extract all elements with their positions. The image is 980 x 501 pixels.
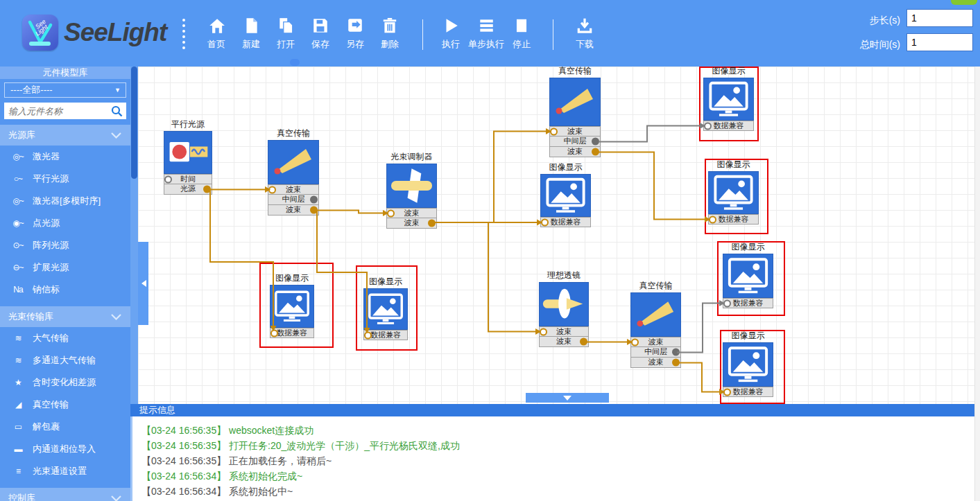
home-button[interactable]: 首页 xyxy=(199,17,234,51)
save-button[interactable]: 保存 xyxy=(303,17,338,51)
output-port[interactable] xyxy=(592,138,599,146)
node-port-row[interactable]: 波束 xyxy=(386,208,437,218)
sidebar-item[interactable]: ○~平行光源 xyxy=(0,168,130,190)
output-port[interactable] xyxy=(310,196,318,204)
sidebar-item[interactable]: ≡光束通道设置 xyxy=(0,460,130,482)
graph-node-image-display-right-4[interactable]: 图像显示数据兼容 xyxy=(723,331,773,397)
save-as-button[interactable]: 另存 xyxy=(338,17,372,51)
input-port[interactable] xyxy=(723,388,731,396)
output-port[interactable] xyxy=(672,359,680,367)
node-graph-canvas[interactable]: 平行光源时间光源真空传输波束中间层波束光束调制器波束波束图像显示数据兼容真空传输… xyxy=(138,67,974,404)
graph-node-vacuum-transmission-top[interactable]: 真空传输波束中间层波束 xyxy=(549,67,601,157)
input-port[interactable] xyxy=(387,209,395,217)
node-port-row[interactable]: 数据兼容 xyxy=(723,298,773,308)
total-time-input[interactable] xyxy=(906,33,973,51)
node-port-row[interactable]: 中间层 xyxy=(549,137,601,147)
node-port-row[interactable]: 波束 xyxy=(268,205,319,216)
input-port[interactable] xyxy=(631,338,639,346)
open-button[interactable]: 打开 xyxy=(268,17,303,51)
sidebar-item[interactable]: ◎~激光器 xyxy=(0,146,130,168)
node-port-row[interactable]: 波束 xyxy=(630,358,681,368)
node-port-row[interactable]: 波束 xyxy=(386,218,437,229)
input-port[interactable] xyxy=(364,331,372,339)
node-icon[interactable] xyxy=(164,131,212,174)
output-port[interactable] xyxy=(203,186,211,193)
graph-node-parallel-light-source[interactable]: 平行光源时间光源 xyxy=(164,119,212,195)
node-icon[interactable] xyxy=(723,342,773,387)
download-button[interactable]: 下载 xyxy=(567,17,602,51)
node-port-row[interactable]: 数据兼容 xyxy=(270,328,314,338)
sidebar-item[interactable]: ◎~激光器[多模时序] xyxy=(0,190,130,212)
output-port[interactable] xyxy=(672,349,680,356)
node-icon[interactable] xyxy=(539,282,589,326)
node-port-row[interactable]: 波束 xyxy=(268,184,319,195)
graph-node-image-display-top-right[interactable]: 图像显示数据兼容 xyxy=(703,67,754,131)
input-port[interactable] xyxy=(541,218,549,226)
sidebar-item[interactable]: ≋多通道大气传输 xyxy=(0,349,130,371)
graph-node-image-display-bottom-left-1[interactable]: 图像显示数据兼容 xyxy=(270,273,314,338)
sidebar-item[interactable]: Na钠信标 xyxy=(0,279,130,301)
sidebar-item[interactable]: ▭解包裹 xyxy=(0,416,130,438)
node-port-row[interactable]: 数据兼容 xyxy=(540,217,591,227)
new-button[interactable]: 新建 xyxy=(234,17,268,51)
output-port[interactable] xyxy=(428,220,436,227)
input-port[interactable] xyxy=(723,299,731,307)
sidebar-section-1[interactable]: 光束传输库 xyxy=(0,306,130,327)
input-port[interactable] xyxy=(550,128,558,135)
node-port-row[interactable]: 中间层 xyxy=(630,347,681,358)
sidebar-item[interactable]: ◢真空传输 xyxy=(0,394,130,416)
graph-node-vacuum-transmission-bottom[interactable]: 真空传输波束中间层波束 xyxy=(630,281,681,368)
output-port[interactable] xyxy=(580,338,587,346)
output-port[interactable] xyxy=(310,206,318,214)
node-icon[interactable] xyxy=(708,171,759,214)
node-port-row[interactable]: 数据兼容 xyxy=(708,214,759,225)
node-port-row[interactable]: 光源 xyxy=(164,184,212,195)
graph-node-vacuum-transmission-1[interactable]: 真空传输波束中间层波束 xyxy=(268,128,319,216)
input-port[interactable] xyxy=(704,122,712,130)
sidebar-collapse-button[interactable] xyxy=(138,242,148,325)
node-icon[interactable] xyxy=(703,78,754,121)
sidebar-item[interactable]: ⊙~阵列光源 xyxy=(0,234,130,256)
node-icon[interactable] xyxy=(549,78,601,126)
node-port-row[interactable]: 数据兼容 xyxy=(703,121,754,131)
input-port[interactable] xyxy=(709,216,716,223)
sidebar-section-2[interactable]: 控制库 xyxy=(0,488,130,501)
graph-node-beam-modulator[interactable]: 光束调制器波束波束 xyxy=(386,152,437,229)
graph-node-image-display-right-2[interactable]: 图像显示数据兼容 xyxy=(708,159,759,225)
graph-node-ideal-lens[interactable]: 理想透镜波束波束 xyxy=(539,270,589,347)
sidebar-scrollbar-thumb[interactable] xyxy=(131,67,137,179)
step-length-input[interactable] xyxy=(906,9,973,27)
node-icon[interactable] xyxy=(270,285,314,328)
graph-node-image-display-center[interactable]: 图像显示数据兼容 xyxy=(540,162,591,227)
stop-button[interactable]: 停止 xyxy=(504,17,539,51)
sidebar-section-0[interactable]: 光源库 xyxy=(0,125,130,146)
component-search-input[interactable] xyxy=(4,103,111,119)
top-green-tab[interactable] xyxy=(951,0,977,5)
output-port[interactable] xyxy=(592,148,599,156)
node-icon[interactable] xyxy=(540,174,591,217)
run-button[interactable]: 执行 xyxy=(433,17,468,51)
input-port[interactable] xyxy=(164,175,172,183)
node-port-row[interactable]: 波束 xyxy=(549,147,601,157)
sidebar-item[interactable]: ≋大气传输 xyxy=(0,327,130,349)
node-port-row[interactable]: 波束 xyxy=(630,337,681,347)
canvas-vertical-scrollbar[interactable] xyxy=(974,67,980,501)
graph-node-image-display-bottom-left-2[interactable]: 图像显示数据兼容 xyxy=(363,276,408,340)
sidebar-item[interactable]: ⊖~扩展光源 xyxy=(0,256,130,279)
node-port-row[interactable]: 波束 xyxy=(539,337,589,347)
input-port[interactable] xyxy=(270,329,278,337)
node-port-row[interactable]: 数据兼容 xyxy=(723,387,773,397)
graph-node-image-display-right-3[interactable]: 图像显示数据兼容 xyxy=(723,242,773,308)
node-icon[interactable] xyxy=(630,292,681,337)
step-run-button[interactable]: 单步执行 xyxy=(468,17,504,51)
input-port[interactable] xyxy=(268,186,276,193)
panel-collapse-button[interactable] xyxy=(526,393,609,403)
node-icon[interactable] xyxy=(723,254,773,298)
sidebar-item[interactable]: ▬内通道相位导入 xyxy=(0,438,130,460)
input-port[interactable] xyxy=(540,328,547,335)
node-port-row[interactable]: 时间 xyxy=(164,174,212,184)
search-icon[interactable] xyxy=(111,105,123,117)
category-filter-dropdown[interactable]: ----全部---- ▼ xyxy=(4,82,126,98)
node-icon[interactable] xyxy=(386,164,437,208)
node-port-row[interactable]: 波束 xyxy=(539,326,589,337)
